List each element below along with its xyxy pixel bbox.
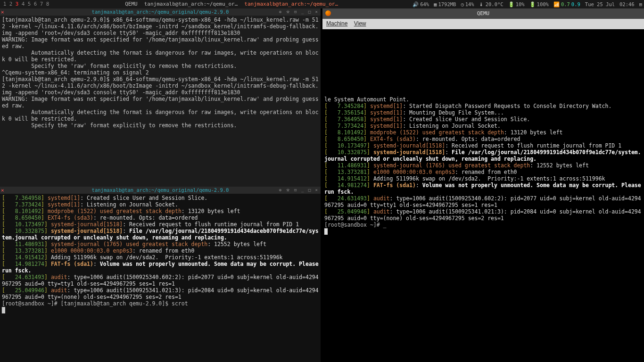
memory-icon: ▦ 1792MB [434, 1, 456, 8]
volume-icon: 🔊 64% [413, 1, 429, 8]
qemu-title-text: QEMU [477, 10, 490, 16]
top-terminal-title: tanjmaxalb@tan_arch:~/qemu_original/qemu… [92, 9, 229, 15]
bottom-terminal-titlebar[interactable]: ✕ tanjmaxalb@tan_arch:~/qemu_original/qe… [0, 187, 321, 194]
bottom-terminal-title: tanjmaxalb@tan_arch:~/qemu_original/qemu… [92, 187, 229, 193]
window-controls[interactable]: ⊕ ※ ⊡ _ □ × [279, 8, 319, 16]
battery1-icon: 🔋 10% [508, 1, 525, 8]
menu-machine[interactable]: Machine [326, 20, 347, 27]
workspace-3[interactable]: 3 [14, 1, 20, 7]
workspace-5[interactable]: 5 [26, 1, 32, 7]
wifi-icon: 📶 0.7 0.9 [553, 1, 580, 8]
workspace-switcher[interactable]: 12345678 [2, 1, 50, 7]
time: 02:46 [619, 1, 635, 8]
window-controls[interactable]: ⊕ ※ ⊡ _ □ × [279, 187, 319, 194]
qemu-menubar[interactable]: Machine View [322, 19, 644, 29]
bottom-terminal-body[interactable]: [ 7.364958] systemd[1]: Created slice Us… [0, 194, 321, 362]
temp-icon: 🌡 20.0°C [479, 1, 504, 8]
close-icon[interactable]: ✕ [1, 187, 4, 194]
task-term2[interactable]: tanjmaxalb@tan_arch:~/qemu_or… [242, 1, 340, 7]
left-pane: ✕ tanjmaxalb@tan_arch:~/qemu_original/qe… [0, 8, 321, 362]
top-terminal[interactable]: ✕ tanjmaxalb@tan_arch:~/qemu_original/qe… [0, 8, 321, 187]
date: Tue 25 Jul [585, 1, 615, 8]
close-icon[interactable]: ✕ [1, 8, 4, 16]
task-qemu[interactable]: QEMU [123, 1, 140, 7]
workspace-1[interactable]: 1 [2, 1, 8, 7]
battery2-icon: 🔋 100% [529, 1, 549, 8]
qemu-console[interactable]: le System Automount Point. [ 7.345284] s… [322, 29, 644, 236]
task-term1[interactable]: tanjmaxalb@tan_arch:~/qemu_or… [142, 1, 240, 7]
menu-icon[interactable]: ⊞ [639, 1, 642, 8]
qemu-icon [325, 10, 331, 16]
bottom-terminal[interactable]: ✕ tanjmaxalb@tan_arch:~/qemu_original/qe… [0, 187, 321, 362]
taskbar-tasks[interactable]: QEMU tanjmaxalb@tan_arch:~/qemu_or… tanj… [123, 1, 340, 7]
cpu-icon: ◷ 14% [461, 1, 474, 8]
taskbar: 12345678 QEMU tanjmaxalb@tan_arch:~/qemu… [0, 0, 644, 8]
workspace-2[interactable]: 2 [8, 1, 14, 7]
top-terminal-titlebar[interactable]: ✕ tanjmaxalb@tan_arch:~/qemu_original/qe… [0, 8, 321, 16]
top-terminal-body[interactable]: [tanjmaxalb@tan_arch qemu-2.9.0]$ x86_64… [0, 16, 321, 187]
workspace-6[interactable]: 6 [33, 1, 38, 7]
qemu-window[interactable]: QEMU Machine View le System Automount Po… [322, 8, 644, 362]
workspace-7[interactable]: 7 [39, 1, 44, 7]
qemu-titlebar[interactable]: QEMU [322, 8, 644, 19]
menu-view[interactable]: View [354, 20, 366, 27]
systray: 🔊 64% ▦ 1792MB ◷ 14% 🌡 20.0°C 🔋 10% 🔋 10… [413, 1, 642, 8]
workspace-4[interactable]: 4 [20, 1, 26, 7]
workspace-8[interactable]: 8 [45, 1, 50, 7]
